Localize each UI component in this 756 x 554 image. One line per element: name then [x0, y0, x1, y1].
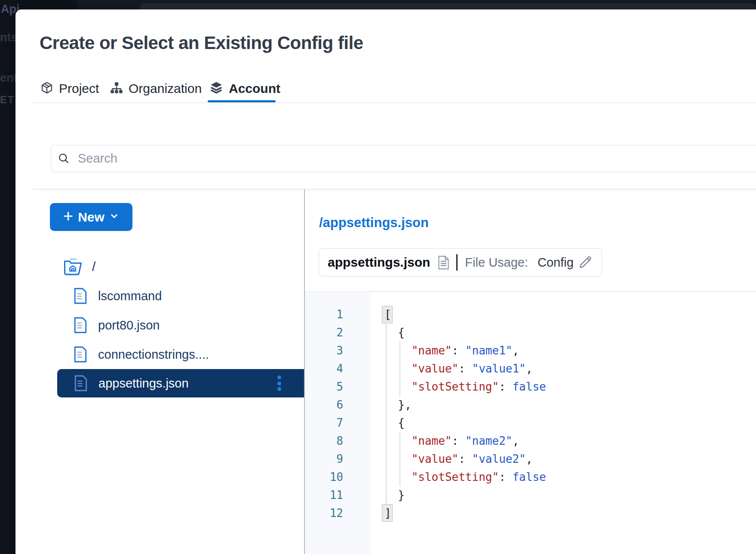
code-line: "name": "name1",	[384, 342, 546, 360]
tab-project-label: Project	[59, 81, 99, 96]
tree-file-label: connectionstrings....	[98, 348, 209, 362]
tree-file-lscommand[interactable]: lscommand	[73, 281, 162, 311]
modal-title: Create or Select an Existing Config file	[40, 33, 363, 53]
tab-account[interactable]: Account	[209, 79, 280, 98]
tree-root-folder[interactable]: /	[64, 252, 95, 281]
document-icon	[438, 255, 449, 270]
code-line: "name": "name2",	[384, 432, 546, 450]
file-icon	[73, 346, 88, 363]
line-number: 9	[305, 450, 343, 468]
tree-file-label: lscommand	[98, 289, 162, 303]
file-name: appsettings.json	[328, 255, 430, 270]
line-number: 3	[305, 342, 343, 360]
file-icon	[73, 287, 88, 305]
separator	[456, 254, 458, 271]
file-usage-label: File Usage:	[465, 255, 528, 270]
chevron-down-icon	[109, 211, 119, 223]
code-line: "value": "value2",	[384, 450, 546, 468]
tree-file-connectionstrings-[interactable]: connectionstrings....	[73, 340, 209, 369]
code-line: [	[384, 305, 546, 323]
code-line: {	[384, 414, 546, 432]
file-path-link[interactable]: /appsettings.json	[319, 215, 429, 231]
tab-account-label: Account	[229, 81, 280, 96]
line-number: 4	[305, 360, 343, 378]
line-number: 1	[305, 305, 343, 323]
line-number: 8	[305, 432, 343, 450]
search-icon	[58, 152, 70, 165]
org-chart-icon	[110, 81, 123, 96]
tree-root-label: /	[92, 259, 95, 274]
content-divider	[33, 189, 756, 190]
screen: Api nts ents ET Create or Select an Exis…	[0, 0, 756, 554]
code-line: }	[384, 486, 546, 504]
kebab-menu-icon[interactable]	[275, 369, 283, 397]
tab-organization[interactable]: Organization	[110, 79, 202, 98]
line-number: 12	[305, 504, 343, 522]
code-line: "slotSetting": false	[384, 378, 546, 396]
line-number: 5	[305, 378, 343, 396]
layers-icon	[209, 80, 224, 97]
file-info-bar: appsettings.json File Usage: Config	[319, 248, 602, 277]
search-input[interactable]	[77, 151, 756, 166]
line-number: 11	[305, 486, 343, 504]
sidebar-fragment: nts	[0, 31, 18, 44]
tree-file-label: port80.json	[98, 318, 160, 332]
line-number: 7	[305, 414, 343, 432]
code-line: ]	[384, 504, 546, 522]
tree-file-label: appsettings.json	[98, 376, 189, 391]
code-line: },	[384, 396, 546, 414]
plus-icon	[63, 211, 73, 223]
active-tab-underline	[208, 100, 276, 102]
tab-project[interactable]: Project	[40, 79, 99, 98]
code-content[interactable]: [ { "name": "name1", "value": "value1", …	[384, 305, 546, 522]
line-number: 6	[305, 396, 343, 414]
code-line: {	[384, 323, 546, 342]
search-box	[51, 145, 756, 172]
code-line: "value": "value1",	[384, 360, 546, 378]
file-icon	[74, 375, 88, 392]
open-folder-home-icon	[64, 258, 83, 275]
new-button-label: New	[78, 210, 104, 225]
edit-pencil-icon[interactable]	[578, 255, 593, 270]
new-button[interactable]: New	[50, 203, 132, 231]
editor-top-border	[305, 291, 756, 292]
tree-file-port80-json[interactable]: port80.json	[73, 311, 160, 340]
sidebar-fragment: ET	[0, 94, 15, 106]
code-line: "slotSetting": false	[384, 468, 546, 486]
cube-icon	[40, 81, 54, 96]
tab-organization-label: Organization	[129, 81, 202, 96]
line-number: 10	[305, 468, 343, 486]
tabs-divider	[33, 102, 756, 103]
file-usage-value: Config	[538, 255, 574, 270]
line-numbers: 123456789101112	[305, 305, 343, 522]
tree-file-appsettings-json-selected[interactable]: appsettings.json	[57, 369, 304, 397]
line-number: 2	[305, 323, 343, 342]
file-icon	[73, 317, 88, 334]
